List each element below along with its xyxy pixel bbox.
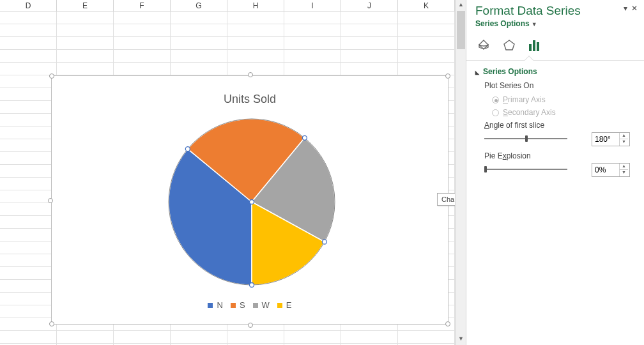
chart-title[interactable]: Units Sold — [52, 93, 448, 106]
svg-rect-9 — [537, 42, 539, 51]
explosion-spinner[interactable]: ▲ ▼ — [592, 163, 630, 177]
explosion-input[interactable] — [592, 165, 619, 174]
svg-point-5 — [250, 200, 254, 204]
col-header[interactable]: J — [341, 0, 398, 12]
angle-slider[interactable] — [484, 134, 567, 144]
col-header[interactable]: E — [57, 0, 114, 12]
svg-marker-6 — [504, 40, 514, 50]
legend[interactable]: NSWE — [52, 300, 448, 310]
scroll-down-button[interactable]: ▼ — [456, 334, 466, 345]
spin-down-icon[interactable]: ▼ — [620, 139, 628, 146]
pane-options-button[interactable]: ▾ — [624, 4, 627, 13]
svg-point-2 — [185, 147, 190, 151]
column-headers: D E F G H I J K — [0, 0, 455, 12]
legend-item-E[interactable]: E — [277, 300, 292, 310]
col-header[interactable]: F — [114, 0, 171, 12]
col-header[interactable]: G — [171, 0, 227, 12]
scroll-thumb[interactable] — [457, 11, 465, 49]
spin-down-icon[interactable]: ▼ — [620, 170, 628, 176]
svg-point-1 — [250, 283, 254, 288]
col-header[interactable]: I — [284, 0, 341, 12]
spin-up-icon[interactable]: ▲ — [620, 133, 628, 139]
col-header[interactable]: H — [227, 0, 284, 12]
angle-spinner[interactable]: ▲ ▼ — [592, 132, 630, 146]
pane-close-button[interactable]: ✕ — [631, 4, 638, 13]
svg-rect-7 — [529, 44, 532, 51]
pie-explosion-label: Pie Explosion — [484, 151, 644, 160]
series-options-dropdown[interactable]: Series Options▼ — [475, 19, 537, 28]
chart-area[interactable]: Units Sold NSWE — [51, 75, 448, 325]
radio-icon — [492, 109, 499, 116]
series-options-section[interactable]: Series Options — [475, 67, 635, 76]
format-data-series-pane: ▾ ✕ Format Data Series Series Options▼ S… — [466, 0, 644, 345]
vertical-scrollbar[interactable]: ▲ ▼ — [455, 0, 466, 345]
series-options-icon[interactable] — [528, 38, 542, 52]
effects-icon[interactable] — [502, 38, 516, 52]
pie-chart[interactable] — [165, 116, 338, 288]
radio-icon — [492, 96, 499, 103]
svg-rect-8 — [533, 40, 535, 51]
spin-up-icon[interactable]: ▲ — [620, 164, 628, 170]
plot-series-on-label: Plot Series On — [484, 81, 635, 90]
legend-item-S[interactable]: S — [231, 300, 245, 310]
svg-point-4 — [322, 240, 326, 244]
pane-title: Format Data Series — [475, 4, 581, 18]
col-header[interactable]: K — [398, 0, 455, 12]
col-header[interactable]: D — [0, 0, 57, 12]
angle-first-slice-label: Angle of first slice — [484, 121, 644, 130]
secondary-axis-radio: Secondary Axis — [492, 108, 635, 117]
legend-item-N[interactable]: N — [208, 300, 222, 310]
legend-item-W[interactable]: W — [253, 300, 270, 310]
angle-input[interactable] — [592, 135, 619, 144]
explosion-slider[interactable] — [484, 164, 567, 174]
svg-point-3 — [302, 135, 307, 140]
scroll-up-button[interactable]: ▲ — [456, 0, 466, 11]
fill-line-icon[interactable] — [477, 38, 491, 52]
primary-axis-radio: Primary Axis — [492, 95, 635, 104]
